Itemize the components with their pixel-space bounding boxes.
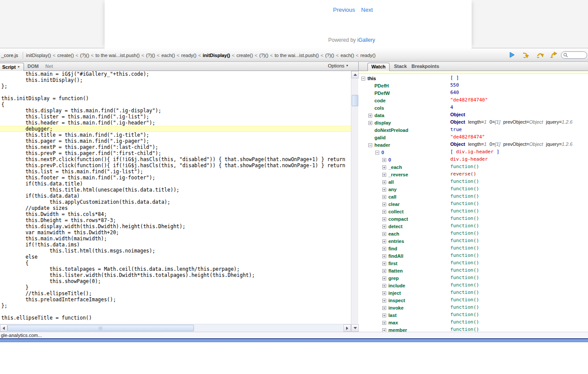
igallery-link[interactable]: iGallery	[357, 37, 375, 43]
vertical-scroll-thumb[interactable]	[352, 95, 358, 106]
code-line[interactable]: //this.ellipseTitle();	[0, 290, 351, 297]
expand-plus-icon[interactable]: +	[382, 210, 386, 214]
watch-variable-value[interactable]: function()	[450, 252, 479, 259]
new-watch-expression-row[interactable]	[359, 71, 588, 74]
code-line[interactable]: this.nextP.click(function(){ if(!iG$j.ha…	[0, 156, 351, 162]
stack-frame-item[interactable]: ready()	[359, 52, 377, 58]
code-line[interactable]: this.display = this.main.find(".ig-displ…	[0, 108, 351, 114]
expand-plus-icon[interactable]: +	[382, 299, 386, 303]
watch-row[interactable]: +entriesfunction()	[359, 237, 588, 244]
code-line[interactable]: this.title.html(unescape(this.data.title…	[0, 187, 351, 193]
expand-plus-icon[interactable]: +	[382, 225, 386, 229]
watch-variable-value[interactable]: Object length=1 0=[1] prevObject=Object …	[450, 118, 572, 126]
watch-variable-value[interactable]: Object	[450, 111, 465, 118]
code-line[interactable]	[0, 309, 351, 315]
watch-row[interactable]: +flattenfunction()	[359, 266, 588, 274]
watch-variable-value[interactable]: "de482f84740"	[450, 96, 488, 104]
expand-plus-icon[interactable]: +	[382, 165, 386, 169]
watch-row[interactable]: +invokefunction()	[359, 303, 588, 311]
expand-plus-icon[interactable]: +	[382, 276, 386, 280]
watch-variable-name[interactable]: detect	[388, 224, 402, 229]
watch-variable-name[interactable]: inspect	[388, 298, 405, 303]
watch-row[interactable]: +_eachfunction()	[359, 163, 588, 170]
expand-plus-icon[interactable]: +	[382, 291, 386, 295]
code-line[interactable]: this.title = this.main.find(".ig-title")…	[0, 132, 351, 138]
code-line[interactable]: this.header = this.main.find(".ig-header…	[0, 120, 351, 126]
watch-variable-name[interactable]: any	[388, 187, 397, 192]
watch-variable-name[interactable]: invoke	[388, 305, 404, 310]
stack-frame-item[interactable]: create()	[235, 52, 254, 58]
stack-frame-item[interactable]: each()	[160, 52, 176, 58]
code-line[interactable]: this.applyCustomization(this.data.data);	[0, 199, 351, 205]
stack-frame-item[interactable]: (?)()	[79, 52, 91, 58]
expand-plus-icon[interactable]: +	[382, 321, 386, 325]
step-out-button[interactable]	[549, 50, 559, 60]
expand-plus-icon[interactable]: +	[368, 114, 372, 118]
collapse-minus-icon[interactable]: −	[375, 151, 379, 155]
watch-variable-name[interactable]: max	[388, 320, 398, 325]
code-line[interactable]: {	[0, 101, 351, 108]
stack-frame-item[interactable]: (?)()	[258, 52, 270, 58]
code-line[interactable]: }	[0, 284, 351, 290]
watch-row[interactable]: galid"de482f8474"	[359, 133, 588, 141]
stack-frame-item[interactable]: ready()	[180, 52, 198, 58]
code-line[interactable]	[0, 89, 351, 95]
expand-plus-icon[interactable]: +	[382, 180, 386, 184]
watch-row[interactable]: −headerObject length=1 0=[1] prevObject=…	[359, 141, 588, 148]
expand-plus-icon[interactable]: +	[382, 306, 386, 310]
watch-variable-value[interactable]: function()	[450, 163, 479, 170]
expand-plus-icon[interactable]: +	[382, 313, 386, 317]
next-link[interactable]: Next	[361, 7, 373, 13]
stack-frame-item[interactable]: to the wai...ist.push()	[273, 52, 320, 58]
watch-variable-name[interactable]: entries	[388, 239, 404, 244]
watch-variable-value[interactable]: function()	[450, 244, 479, 252]
code-vertical-scrollbar[interactable]	[351, 71, 358, 332]
watch-variable-name[interactable]: first	[388, 261, 398, 266]
code-line[interactable]: this.main.width(mainwidth);	[0, 236, 351, 242]
expand-plus-icon[interactable]: +	[382, 188, 386, 192]
watch-row[interactable]: +displayObject length=1 0=[1] prevObject…	[359, 118, 588, 126]
code-line[interactable]: this.Dwidth = this.cols*84;	[0, 211, 351, 217]
watch-row[interactable]: +firstfunction()	[359, 259, 588, 266]
watch-row[interactable]: +anyfunction()	[359, 185, 588, 192]
watch-variable-name[interactable]: code	[374, 98, 386, 103]
watch-variable-name[interactable]: PDefW	[374, 91, 390, 96]
watch-variable-value[interactable]: function()	[450, 259, 479, 266]
code-line[interactable]: this.footer = this.main.find(".ig-footer…	[0, 175, 351, 181]
stack-frame-item[interactable]: each()	[339, 52, 355, 58]
expand-plus-icon[interactable]: +	[382, 269, 386, 273]
expand-plus-icon[interactable]: +	[382, 247, 386, 251]
watch-row[interactable]: +inspectfunction()	[359, 296, 588, 303]
tab-script[interactable]: Script▼	[0, 63, 24, 71]
watch-variable-name[interactable]: galid	[374, 135, 386, 140]
watch-row[interactable]: +memberfunction()	[359, 326, 588, 332]
watch-row[interactable]: −this[ ]	[359, 74, 588, 81]
code-line[interactable]: this.showPage(0);	[0, 278, 351, 284]
watch-row[interactable]: +findfunction()	[359, 244, 588, 252]
watch-row[interactable]: cols4	[359, 104, 588, 111]
collapse-minus-icon[interactable]: −	[361, 77, 365, 81]
watch-variable-value[interactable]: function()	[450, 281, 479, 289]
code-line[interactable]: var mainwidth = this.Dwidth+20;	[0, 229, 351, 236]
watch-variable-value[interactable]: function()	[450, 207, 479, 215]
horizontal-scroll-thumb[interactable]	[7, 325, 194, 331]
watch-variable-value[interactable]: function()	[450, 303, 479, 311]
watch-variable-value[interactable]: function()	[450, 311, 479, 318]
expand-plus-icon[interactable]: +	[382, 239, 386, 243]
stack-frame-item[interactable]: (?)()	[324, 52, 336, 58]
watch-variable-value[interactable]: 640	[450, 89, 459, 96]
expand-plus-icon[interactable]: +	[382, 158, 386, 162]
watch-variable-name[interactable]: cols	[374, 105, 384, 111]
code-line[interactable]: this.display.width(this.Dwidth).height(t…	[0, 223, 351, 229]
watch-row[interactable]: code"de482f84740"	[359, 96, 588, 104]
watch-variable-name[interactable]: each	[388, 231, 399, 236]
watch-variable-name[interactable]: compact	[388, 216, 408, 222]
expand-plus-icon[interactable]: +	[382, 202, 386, 206]
tab-breakpoints[interactable]: Breakpoints	[408, 63, 443, 71]
watch-row[interactable]: +eachfunction()	[359, 229, 588, 237]
expand-plus-icon[interactable]: +	[382, 328, 386, 332]
code-line-debugger-highlight[interactable]: debugger;	[0, 126, 351, 132]
code-line[interactable]: this.lister.width(this.Dwidth*this.total…	[0, 272, 351, 278]
panel-splitter[interactable]	[358, 62, 359, 71]
watch-variable-value[interactable]: function()	[450, 237, 479, 244]
